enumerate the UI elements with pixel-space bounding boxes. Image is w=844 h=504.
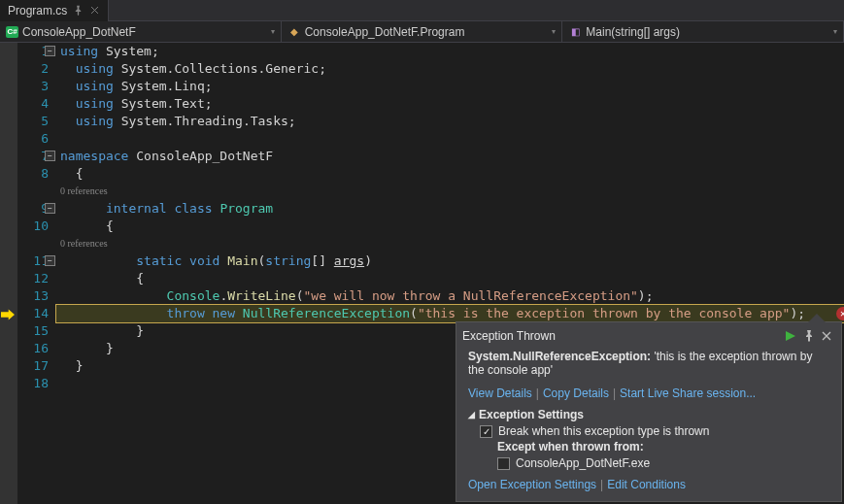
start-live-share-link[interactable]: Start Live Share session... (620, 386, 756, 400)
copy-details-link[interactable]: Copy Details (543, 386, 609, 400)
caret-down-icon: ◢ (468, 410, 475, 420)
codelens-references[interactable]: 0 references (60, 185, 108, 196)
open-exception-settings-link[interactable]: Open Exception Settings (468, 478, 596, 491)
popup-links: View Details|Copy Details|Start Live Sha… (468, 386, 829, 400)
line-number-gutter: 123456789101112131415161718 (17, 43, 56, 504)
tab-programcs[interactable]: Program.cs (0, 0, 109, 21)
pin-icon[interactable] (73, 5, 84, 16)
breakpoint-margin[interactable] (0, 43, 17, 504)
module-checkbox[interactable] (497, 457, 510, 470)
nav-class-label: ConsoleApp_DotNetF.Program (305, 25, 465, 39)
chevron-down-icon: ▾ (271, 27, 275, 36)
break-checkbox[interactable]: ✓ (480, 425, 492, 438)
view-details-link[interactable]: View Details (468, 386, 532, 400)
module-label: ConsoleApp_DotNetF.exe (516, 456, 650, 470)
tab-bar: Program.cs (0, 0, 844, 21)
chevron-down-icon: ▾ (552, 27, 556, 36)
method-icon: ◧ (568, 25, 582, 39)
nav-project-dropdown[interactable]: C# ConsoleApp_DotNetF ▾ (0, 21, 282, 42)
current-statement-line: throw new NullReferenceException("this i… (56, 305, 844, 322)
pin-icon[interactable] (800, 328, 818, 344)
nav-breadcrumb: C# ConsoleApp_DotNetF ▾ ◆ ConsoleApp_Dot… (0, 21, 844, 43)
fold-toggle[interactable]: − (45, 255, 55, 266)
fold-toggle[interactable]: − (45, 151, 55, 161)
nav-project-label: ConsoleApp_DotNetF (22, 25, 136, 39)
exception-helper-popup: Exception Thrown System.NullReferenceExc… (456, 321, 842, 502)
csharp-project-icon: C# (6, 26, 18, 38)
nav-member-dropdown[interactable]: ◧ Main(string[] args) ▾ (562, 21, 844, 42)
fold-toggle[interactable]: − (45, 46, 55, 56)
exception-message: System.NullReferenceException: 'this is … (468, 350, 829, 377)
chevron-down-icon: ▾ (833, 27, 837, 36)
exception-error-icon[interactable]: ✕ (836, 307, 844, 320)
tab-label: Program.cs (8, 4, 67, 17)
close-icon[interactable] (89, 5, 100, 16)
exception-settings-expander[interactable]: ◢Exception Settings (468, 408, 829, 421)
nav-class-dropdown[interactable]: ◆ ConsoleApp_DotNetF.Program ▾ (282, 21, 563, 42)
class-icon: ◆ (287, 25, 301, 39)
fold-toggle[interactable]: − (45, 203, 55, 214)
current-statement-arrow (1, 308, 15, 321)
except-when-label: Except when thrown from: (497, 440, 829, 454)
nav-member-label: Main(string[] args) (586, 25, 680, 39)
continue-button[interactable] (783, 328, 800, 344)
edit-conditions-link[interactable]: Edit Conditions (607, 478, 686, 491)
popup-title: Exception Thrown (462, 329, 783, 343)
codelens-references[interactable]: 0 references (60, 238, 108, 249)
popup-pointer (808, 314, 826, 322)
break-checkbox-label: Break when this exception type is thrown (498, 424, 709, 438)
close-icon[interactable] (818, 328, 835, 344)
